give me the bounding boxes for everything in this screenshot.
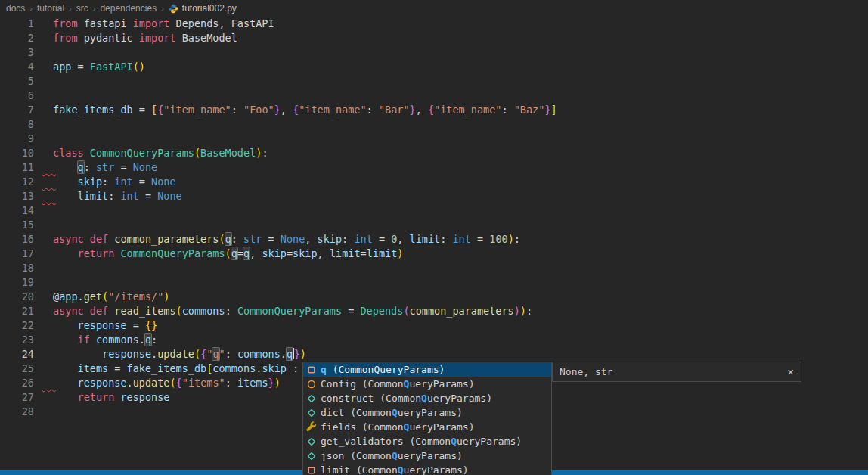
code-editor: docs › tutorial › src › dependencies › t… — [0, 0, 868, 475]
code-line[interactable]: 20@app.get("/items/") — [0, 290, 868, 304]
code-token: = — [114, 161, 132, 173]
code-token: "item_name" — [163, 104, 231, 116]
code-line[interactable]: 7fake_items_db = [{"item_name": "Foo"}, … — [0, 103, 868, 117]
code-line[interactable]: 2from pydantic import BaseModel — [0, 31, 868, 45]
code-token: ( — [219, 233, 225, 245]
method-icon — [305, 393, 318, 405]
code-line[interactable]: 1from fastapi import Depends, FastAPI — [0, 17, 868, 31]
line-number: 13 — [0, 189, 34, 203]
code-token: q — [225, 233, 231, 245]
line-content — [34, 218, 53, 232]
code-token — [90, 334, 96, 346]
code-token: : — [84, 161, 96, 173]
code-line[interactable]: 16async def common_parameters(q: str = N… — [0, 232, 868, 247]
line-number: 25 — [0, 362, 34, 376]
code-token: q — [231, 247, 237, 259]
line-number: 17 — [0, 247, 34, 261]
line-content: return response — [34, 390, 169, 405]
code-line[interactable]: 5 — [0, 74, 868, 88]
breadcrumb-item-dependencies[interactable]: dependencies — [100, 3, 157, 14]
line-content: response.update({"q": commons.q}) — [34, 347, 306, 362]
suggest-row[interactable]: get_validators (CommonQueryParams) — [303, 434, 551, 449]
chevron-right-icon: › — [161, 4, 164, 13]
property-icon — [305, 421, 318, 433]
suggest-row[interactable]: json (CommonQueryParams) — [303, 449, 551, 463]
code-token: CommonQueryParams — [237, 305, 342, 317]
line-content — [34, 117, 53, 132]
suggest-row[interactable]: construct (CommonQueryParams) — [303, 391, 551, 405]
line-content — [34, 74, 53, 88]
breadcrumb-item-docs[interactable]: docs — [6, 3, 25, 14]
code-line[interactable]: 15 — [0, 218, 868, 232]
line-number: 14 — [0, 203, 34, 218]
close-icon[interactable]: × — [787, 366, 794, 377]
method-icon — [305, 450, 318, 462]
code-line[interactable]: 24 response.update({"q": commons.q}) — [0, 347, 868, 362]
code-token: int — [114, 175, 132, 188]
code-line[interactable]: 6 — [0, 88, 868, 103]
code-line[interactable]: 23 if commons.q: — [0, 333, 868, 347]
code-token: fake_items_db — [127, 362, 207, 374]
code-token: . — [151, 348, 157, 360]
code-token: ( — [194, 348, 200, 360]
code-line[interactable]: 13 limit: int = None — [0, 189, 868, 203]
code-token: skip — [262, 362, 287, 374]
code-token: BaseModel — [176, 32, 237, 44]
code-line[interactable]: 8 — [0, 117, 868, 132]
code-line[interactable]: 3 — [0, 45, 868, 60]
code-token: None — [281, 233, 305, 245]
code-token: { — [293, 104, 299, 116]
breadcrumb-item-src[interactable]: src — [76, 3, 88, 14]
line-content: response = {} — [34, 318, 157, 333]
code-token: @ — [53, 290, 59, 303]
line-content — [34, 45, 53, 60]
code-line[interactable]: 12 skip: int = None — [0, 175, 868, 189]
line-content: class CommonQueryParams(BaseModel): — [34, 146, 268, 160]
method-icon — [305, 436, 318, 448]
code-token: ) — [514, 305, 520, 317]
code-line[interactable]: 10class CommonQueryParams(BaseModel): — [0, 146, 868, 160]
breadcrumb-item-tutorial[interactable]: tutorial — [37, 3, 64, 14]
code-line[interactable]: 4app = FastAPI() — [0, 60, 868, 74]
line-number: 2 — [0, 31, 34, 45]
suggest-row[interactable]: dict (CommonQueryParams) — [303, 405, 551, 420]
code-token — [53, 391, 78, 403]
line-number: 7 — [0, 103, 34, 117]
suggest-row-label: json (CommonQueryParams) — [321, 450, 463, 461]
suggest-row[interactable]: q (CommonQueryParams) — [303, 362, 551, 377]
code-token: ) — [163, 290, 169, 303]
breadcrumb-file[interactable]: tutorial002.py — [169, 3, 237, 14]
code-token: "Bar" — [379, 104, 410, 116]
line-number: 27 — [0, 390, 34, 405]
code-token: skip — [318, 233, 343, 245]
line-number: 4 — [0, 60, 34, 74]
line-number: 12 — [0, 175, 34, 189]
code-token: skip — [293, 247, 318, 259]
code-token — [53, 334, 78, 346]
field-icon — [305, 364, 318, 376]
line-content: limit: int = None — [34, 189, 182, 203]
code-line[interactable]: 11 q: str = None — [0, 160, 868, 175]
code-token: ( — [225, 247, 231, 259]
suggest-row[interactable]: limit (CommonQueryParams) — [303, 463, 551, 475]
code-line[interactable]: 21async def read_items(commons: CommonQu… — [0, 304, 868, 318]
suggest-row[interactable]: fields (CommonQueryParams) — [303, 420, 551, 434]
code-token: } — [268, 377, 274, 389]
code-line[interactable]: 22 response = {} — [0, 318, 868, 333]
code-token: def — [90, 233, 108, 245]
code-line[interactable]: 19 — [0, 275, 868, 290]
code-token — [53, 362, 78, 374]
code-token — [84, 233, 90, 245]
code-token: CommonQueryParams — [120, 247, 225, 259]
code-line[interactable]: 18 — [0, 261, 868, 275]
code-line[interactable]: 14 — [0, 203, 868, 218]
code-line[interactable]: 17 return CommonQueryParams(q=q, skip=sk… — [0, 247, 868, 261]
code-token: : — [262, 147, 268, 159]
code-token — [84, 305, 90, 317]
code-token: pydantic — [78, 32, 139, 44]
code-line[interactable]: 9 — [0, 132, 868, 146]
code-token: : — [367, 104, 379, 116]
line-content: if commons.q: — [34, 333, 157, 347]
code-token — [53, 247, 78, 259]
suggest-row[interactable]: Config (CommonQueryParams) — [303, 377, 551, 391]
